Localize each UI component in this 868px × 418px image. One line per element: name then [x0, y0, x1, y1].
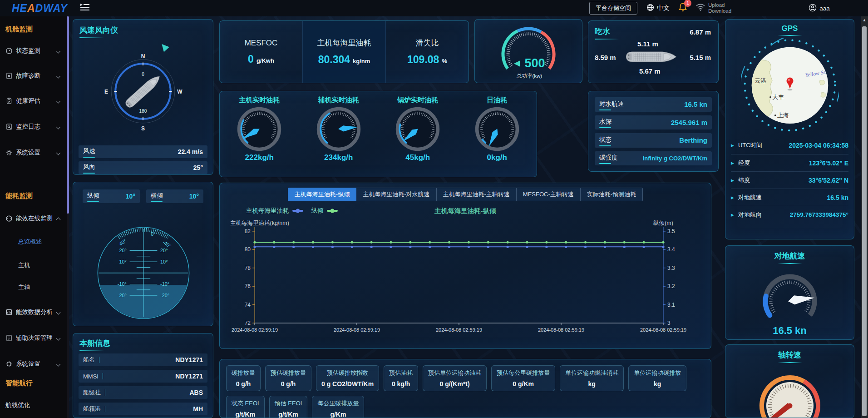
carbon-intensity-row: 碳强度Infinity g CO2/DWT/Km: [595, 151, 712, 166]
sidebar-item-energy-online[interactable]: 能效在线监测: [0, 212, 67, 225]
chevron-down-icon: [56, 49, 61, 53]
upload-download[interactable]: UploadDownload: [696, 2, 731, 14]
stat-est-carbon-per-km: 预估每公里碳排放量0 g/Km: [491, 365, 555, 391]
stat-est-fuel: 预估油耗0 kg/h: [384, 365, 418, 391]
svg-text:40°: 40°: [118, 238, 127, 247]
sidebar-item-decision[interactable]: 辅助决策管理: [0, 331, 67, 345]
sidebar-subitem-overview[interactable]: 总览概述: [18, 236, 42, 248]
sidebar-subitem-main-engine[interactable]: 主机: [18, 259, 30, 271]
user-icon: [809, 4, 817, 13]
svg-text:E: E: [104, 89, 108, 95]
wind-compass: N S E W 0 180: [79, 39, 207, 144]
svg-text:74: 74: [245, 302, 251, 308]
ship-name-row: 船名NDY1271: [79, 353, 207, 366]
sidebar-item-route-opt[interactable]: 航线优化: [0, 398, 67, 412]
tab-fuel-pitch[interactable]: 主机每海里油耗-纵倾: [288, 188, 356, 201]
svg-text:3.4: 3.4: [667, 246, 675, 253]
aux-engine-fuel-gauge: 辅机实时油耗 234kg/h: [299, 91, 379, 177]
sidebar-item-energy-analysis[interactable]: 能效数据分析: [0, 305, 67, 319]
svg-text:2024-08-08 02:59:19: 2024-08-08 02:59:19: [436, 327, 482, 333]
sog-gauge-value: 16.5 kn: [725, 325, 854, 337]
sidebar-heading-smart-nav: 智能航行: [5, 378, 33, 388]
svg-text:总功率(kw): 总功率(kw): [516, 73, 542, 79]
tab-mesfoc-shaft[interactable]: MESFOC-主轴转速: [517, 188, 581, 201]
power-gauge-pointer: [514, 61, 520, 67]
bell-icon: [679, 5, 687, 13]
notifications-button[interactable]: 1: [679, 3, 687, 14]
gauge-icon: [5, 47, 13, 55]
ship-info-panel: 本船信息 船名NDY1271 MMSINDY1271 船级社ABS 船籍港MH: [73, 333, 213, 418]
notification-badge: 1: [684, 0, 691, 7]
page-scrollbar-thumb[interactable]: [862, 26, 867, 416]
row-marker-icon: ▶: [731, 161, 734, 165]
page-scrollbar[interactable]: ▲: [861, 16, 868, 418]
main-engine-fuel-gauge: 主机实时油耗 222kg/h: [220, 91, 299, 177]
sidebar-heading-engine: 机舱监测: [5, 24, 33, 35]
draft-value-left: 8.59 m: [595, 54, 616, 61]
stat-carbon-emission: 碳排放量0 g/h: [226, 365, 261, 391]
svg-text:3.3: 3.3: [667, 265, 675, 271]
legend-item-pitch[interactable]: 纵倾: [311, 207, 338, 215]
sog-gauge-title: 对地航速: [725, 251, 854, 264]
daily-fuel-gauge: 日油耗 0kg/h: [458, 91, 537, 177]
storage-button[interactable]: 平台存储空间: [589, 2, 637, 15]
scroll-up-arrow[interactable]: ▲: [861, 18, 868, 22]
target-icon: [5, 215, 13, 222]
language-selector[interactable]: 中文: [646, 4, 670, 13]
wind-speed-row: 风速22.4 m/s: [79, 145, 207, 158]
chevron-down-icon: [56, 362, 61, 366]
row-marker-icon: ▶: [731, 195, 734, 200]
sidebar-item-health[interactable]: 健康评估: [0, 94, 67, 108]
tab-fuel-stw[interactable]: 主机每海里油耗-对水航速: [356, 188, 436, 201]
chart-tabs: 主机每海里油耗-纵倾 主机每海里油耗-对水航速 主机每海里油耗-主轴转速 MES…: [220, 188, 711, 201]
svg-text:80: 80: [245, 246, 251, 253]
gear-icon: [5, 149, 13, 156]
health-icon: [5, 97, 13, 104]
sidebar-scrollbar-thumb[interactable]: [67, 16, 69, 214]
cog-row: ▶对地航向2759.767333984375°: [731, 206, 848, 223]
svg-text:3.5: 3.5: [667, 228, 675, 234]
svg-text:2024-08-08 02:59:19: 2024-08-08 02:59:19: [538, 327, 584, 333]
mesfoc-panel: MESFOC 0g/Kwh 主机每海里油耗 80.304kg/nm 滑失比 10…: [219, 20, 469, 83]
wind-direction-arrow: [162, 44, 169, 52]
row-marker-icon: ▶: [731, 178, 734, 183]
svg-text:0°: 0°: [151, 231, 155, 237]
gear-icon: [5, 360, 13, 368]
svg-text:上海: 上海: [777, 112, 789, 119]
sidebar-item-log[interactable]: 监控日志: [0, 120, 67, 134]
sidebar-subitem-main-shaft[interactable]: 主轴: [18, 281, 30, 293]
chevron-up-icon: [56, 218, 61, 222]
emission-stats-panel: 碳排放量0 g/h 预估碳排放量0 g/h 预估碳排放指数0 g CO2/DWT…: [219, 359, 711, 418]
water-depth-row: 水深2545.961 m: [595, 115, 712, 130]
tab-actual-predicted[interactable]: 实际油耗-预测油耗: [581, 188, 643, 201]
tab-fuel-shaft[interactable]: 主机每海里油耗-主轴转速: [437, 188, 517, 201]
sidebar-item-status[interactable]: 状态监测: [0, 44, 67, 58]
globe-icon: [646, 4, 654, 13]
status-row: 状态Berthing: [595, 133, 712, 148]
svg-text:2024-08-08 02:59:19: 2024-08-08 02:59:19: [334, 327, 380, 333]
user-menu[interactable]: aaa: [809, 4, 830, 13]
row-marker-icon: ▶: [731, 143, 734, 148]
fuel-gauges-panel: 主机实时油耗 222kg/h 辅机实时油耗 234kg/h 锅炉实时油耗 45k…: [219, 91, 537, 177]
svg-text:云港: 云港: [755, 77, 766, 84]
legend-item-fuel[interactable]: 主机每海里油耗: [246, 207, 303, 215]
sidebar-item-settings-2[interactable]: 系统设置: [0, 357, 67, 371]
longitude-row: ▶经度123°6'5.02" E: [731, 154, 848, 171]
svg-text:0: 0: [142, 72, 144, 77]
inclinometer-gauge: 0° 40° -40° 20° 10° -10° -20° 20° 10° -1…: [73, 203, 213, 322]
chevron-down-icon: [56, 74, 61, 78]
svg-text:-10°: -10°: [118, 281, 127, 287]
total-power-panel: 500 总功率(kw): [474, 19, 582, 83]
sidebar-item-settings-1[interactable]: 系统设置: [0, 146, 67, 159]
chevron-down-icon: [56, 99, 61, 103]
shaft-speed-gauge: [726, 364, 854, 418]
gps-title: GPS: [725, 24, 854, 36]
stat-transport-carbon: 单位运输功碳排放kg: [628, 365, 686, 391]
svg-text:500: 500: [524, 56, 545, 70]
chevron-down-icon: [56, 336, 61, 340]
svg-text:纵倾(m): 纵倾(m): [653, 220, 673, 226]
svg-text:76: 76: [245, 283, 251, 289]
sidebar-item-fault[interactable]: 故障诊断: [0, 69, 67, 83]
menu-toggle-icon[interactable]: [80, 4, 89, 13]
sidebar-scrollbar[interactable]: [67, 16, 69, 418]
